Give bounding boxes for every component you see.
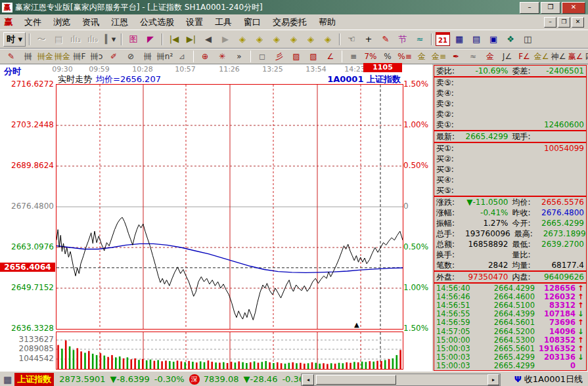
prev-bar-button[interactable]: ◀ [200,33,216,46]
scrollbar-thumb[interactable] [316,375,396,385]
more-tools-chevron[interactable]: » [231,51,247,62]
calculator-button[interactable]: ▦ [451,33,467,46]
fan-lines-tool[interactable]: 彡 [271,51,287,62]
price-ladder-tool[interactable]: ≡ [346,51,361,62]
first-page-button[interactable]: |◀ [166,33,182,46]
percent7-tool[interactable]: 7% [363,51,378,62]
menu-item-4[interactable]: 公式选股 [134,15,180,30]
wave-overlay-tool[interactable]: ≈ [465,51,481,62]
menu-item-8[interactable]: 交易委托 [267,15,313,30]
notebook-button[interactable]: ▤ [468,33,484,46]
close-button[interactable]: ✕ [562,2,585,14]
mdi-close-button[interactable]: ✕ [572,17,584,28]
tick-price: 2665.4299 [473,361,535,370]
diamond-shrink-button[interactable]: ◈ [286,33,302,46]
table-view-icon[interactable]: ▦ [3,374,12,385]
horizontal-scrollbar[interactable]: ◂ ▸ [301,374,501,386]
menu-item-0[interactable]: 文件 [18,15,47,30]
quote-value: -0.41% [465,208,512,217]
flag-angle-tool[interactable]: ⊿ [174,51,190,62]
last-page-button[interactable]: ▶| [183,33,199,46]
gold-angle-tool[interactable]: 金∠ [533,51,549,62]
boxed-rays-tool[interactable]: ▧ [305,51,321,62]
diamond-cross-button[interactable]: ◈ [320,33,336,46]
quote-label: 买②: [436,154,465,165]
intraday-price-chart[interactable] [56,84,403,330]
target-circle-tool[interactable]: ⊕ [197,51,213,62]
marker-pen-tool[interactable]: ✐ [106,51,122,62]
toolbar-separator [339,33,340,45]
angle-rays-tool[interactable]: ∠ [323,51,338,62]
diamond-right-button[interactable]: ◈ [252,33,267,46]
tick-direction-icon: ↑ [576,284,584,293]
crosshair-button[interactable]: + [361,33,376,46]
gold-section-tool[interactable]: 金 [414,51,430,62]
tick-volume: 107184 [535,309,576,318]
gold-ruler-tool[interactable]: 卌金 [37,51,53,62]
remote-data-button[interactable]: ◫ [520,33,535,46]
export-image-button[interactable]: ❖ [503,33,518,46]
save-button[interactable]: ▣ [486,33,501,46]
brush-tool[interactable]: ✎ [3,51,19,62]
period-dropdown-button[interactable]: 时 ▾ [3,32,26,47]
pan-hand-button[interactable]: ☜ [344,33,359,46]
minimize-button[interactable]: – [520,2,539,14]
j-angle-tool[interactable]: J∠ [499,51,515,62]
candle-style-dropdown[interactable]: ║ ▾ [102,33,118,46]
wave-tool-button[interactable]: ≈ [412,33,428,46]
menu-item-6[interactable]: 工具 [209,15,238,30]
calendar-button[interactable]: 21 [436,32,450,46]
menu-item-2[interactable]: 资讯 [76,15,105,30]
maximize-button[interactable]: ❐ [541,2,560,14]
tick-time: 14:56:51 [436,301,473,310]
pattern-view-icon[interactable]: 〜 [34,33,49,46]
menu-item-5[interactable]: 设置 [180,15,209,30]
scroll-left-arrow[interactable]: ◂ [302,374,314,385]
kline-window-button[interactable]: 图 [125,33,141,46]
percent-line-tool[interactable]: %≡ [397,51,413,62]
gold-box-tool[interactable]: 金 [482,51,498,62]
minute3-bars-icon[interactable]: ılı₃ [68,33,83,46]
menu-item-7[interactable]: 窗口 [238,15,267,30]
report-view-icon[interactable]: ▤ [51,33,66,46]
time-label: 11:26 [219,65,240,74]
minute9-bars-icon[interactable]: ılı₉ [85,33,101,46]
diamond-star-button[interactable]: ◈ [303,33,319,46]
n2-ruler-tool[interactable]: 卌n² [157,51,173,62]
gold-ruler2-tool[interactable]: 卌金 [55,51,70,62]
four-angle-tool[interactable]: 四∠ [585,51,588,62]
f-angle-tool[interactable]: F∠ [516,51,532,62]
ink-marker-tool[interactable]: ✒ [448,51,464,62]
plain-ruler-tool[interactable]: 卌 [140,51,156,62]
shen-angle-tool[interactable]: 神∠ [551,51,566,62]
gold-line-tool[interactable]: 金≡ [431,51,447,62]
cycle-circle-tool[interactable]: ⊘ [123,51,139,62]
window-title: 赢家江恩专业版[赢家内部服务平台] - [上证指数 SH1A0001-240分时… [15,2,263,13]
session-marker-icon: ▲ [354,321,359,328]
menu-item-9[interactable]: 帮助 [313,15,342,30]
gann-ruler-tool[interactable]: 卌 [20,51,36,62]
box-grid-tool[interactable]: ◻ [254,51,270,62]
application-window: 赢 赢家江恩专业版[赢家内部服务平台] - [上证指数 SH1A0001-240… [0,0,588,386]
time-label: 14:23 [344,65,365,74]
starburst-tool[interactable]: ✳ [214,51,230,62]
percent-tool[interactable]: % [380,51,396,62]
mdi-restore-button[interactable]: ❐ [558,17,570,28]
next-bar-button[interactable]: ▶ [217,33,233,46]
diamond-left-button[interactable]: ◈ [235,33,250,46]
diamond-expand-button[interactable]: ◈ [269,33,284,46]
menu-item-3[interactable]: 江恩 [105,15,134,30]
shaded-box-fan-tool[interactable]: ▨ [288,51,304,62]
status-index-tab[interactable]: 上证指数 [14,373,54,386]
shenzhen-badge-icon[interactable]: 深 [189,374,200,385]
mdi-minimize-button[interactable]: – [544,17,556,28]
volume-chart[interactable] [56,332,403,370]
ying-angle-tool[interactable]: 赢∠ [568,51,583,62]
f-ruler-tool[interactable]: 卌F [72,51,87,62]
menu-item-1[interactable]: 浏览 [47,15,76,30]
scroll-right-arrow[interactable]: ▸ [487,374,499,385]
draw-line-button[interactable]: ✎ [378,33,394,46]
gann-stamp-button[interactable]: 节 [395,33,411,46]
spiral-ruler-tool[interactable]: 卌ɔ [89,51,104,62]
volume-profile-button[interactable]: ◤ [143,33,158,46]
